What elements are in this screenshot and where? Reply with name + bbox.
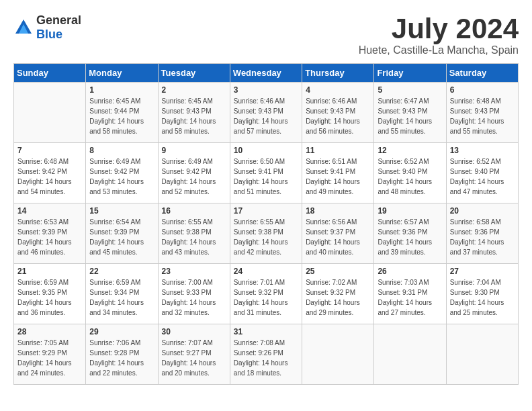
- calendar-cell: 8Sunrise: 6:49 AMSunset: 9:42 PMDaylight…: [86, 143, 158, 203]
- day-number: 10: [234, 146, 298, 155]
- day-info: Sunrise: 6:50 AMSunset: 9:41 PMDaylight:…: [234, 156, 298, 197]
- day-number: 26: [378, 267, 442, 276]
- day-info: Sunrise: 7:01 AMSunset: 9:32 PMDaylight:…: [234, 277, 298, 318]
- day-info: Sunrise: 6:49 AMSunset: 9:42 PMDaylight:…: [89, 156, 154, 197]
- day-number: 28: [17, 327, 82, 336]
- day-info: Sunrise: 6:55 AMSunset: 9:38 PMDaylight:…: [162, 217, 226, 257]
- day-number: 9: [162, 146, 226, 155]
- day-number: 18: [306, 206, 370, 216]
- calendar-cell: 15Sunrise: 6:54 AMSunset: 9:39 PMDayligh…: [86, 203, 158, 264]
- day-info: Sunrise: 6:45 AMSunset: 9:44 PMDaylight:…: [89, 96, 154, 136]
- day-number: 3: [234, 85, 298, 95]
- calendar-cell: 25Sunrise: 7:02 AMSunset: 9:32 PMDayligh…: [302, 264, 374, 324]
- calendar-cell: 17Sunrise: 6:55 AMSunset: 9:38 PMDayligh…: [230, 203, 302, 264]
- calendar-cell: 24Sunrise: 7:01 AMSunset: 9:32 PMDayligh…: [230, 264, 302, 324]
- day-number: 23: [162, 267, 226, 276]
- calendar-cell: 22Sunrise: 6:59 AMSunset: 9:34 PMDayligh…: [86, 264, 158, 324]
- month-year-title: July 2024: [359, 13, 519, 44]
- calendar-cell: [374, 324, 446, 385]
- calendar-cell: 16Sunrise: 6:55 AMSunset: 9:38 PMDayligh…: [158, 203, 230, 264]
- location-subtitle: Huete, Castille-La Mancha, Spain: [359, 44, 519, 56]
- day-info: Sunrise: 6:57 AMSunset: 9:36 PMDaylight:…: [378, 217, 442, 257]
- day-info: Sunrise: 7:07 AMSunset: 9:27 PMDaylight:…: [162, 338, 226, 378]
- day-info: Sunrise: 6:51 AMSunset: 9:41 PMDaylight:…: [306, 156, 370, 197]
- calendar-cell: 6Sunrise: 6:48 AMSunset: 9:43 PMDaylight…: [446, 83, 518, 143]
- calendar-cell: 29Sunrise: 7:06 AMSunset: 9:28 PMDayligh…: [86, 324, 158, 385]
- calendar-cell: 20Sunrise: 6:58 AMSunset: 9:36 PMDayligh…: [446, 203, 518, 264]
- logo: General Blue: [13, 13, 81, 42]
- week-row-4: 21Sunrise: 6:59 AMSunset: 9:35 PMDayligh…: [14, 264, 519, 324]
- weekday-header-sunday: Sunday: [14, 64, 86, 83]
- day-info: Sunrise: 6:47 AMSunset: 9:43 PMDaylight:…: [378, 96, 442, 136]
- day-info: Sunrise: 6:54 AMSunset: 9:39 PMDaylight:…: [89, 217, 154, 257]
- day-info: Sunrise: 7:00 AMSunset: 9:33 PMDaylight:…: [162, 277, 226, 318]
- day-number: 22: [89, 267, 154, 276]
- calendar-cell: 12Sunrise: 6:52 AMSunset: 9:40 PMDayligh…: [374, 143, 446, 203]
- day-number: 7: [17, 146, 82, 155]
- calendar-cell: 23Sunrise: 7:00 AMSunset: 9:33 PMDayligh…: [158, 264, 230, 324]
- day-number: 2: [162, 85, 226, 95]
- day-info: Sunrise: 6:52 AMSunset: 9:40 PMDaylight:…: [378, 156, 442, 197]
- calendar-cell: [446, 324, 518, 385]
- day-number: 12: [378, 146, 442, 155]
- calendar-cell: 21Sunrise: 6:59 AMSunset: 9:35 PMDayligh…: [14, 264, 86, 324]
- calendar-cell: 26Sunrise: 7:03 AMSunset: 9:31 PMDayligh…: [374, 264, 446, 324]
- page-header: General Blue July 2024 Huete, Castille-L…: [13, 13, 519, 56]
- week-row-3: 14Sunrise: 6:53 AMSunset: 9:39 PMDayligh…: [14, 203, 519, 264]
- day-info: Sunrise: 7:06 AMSunset: 9:28 PMDaylight:…: [89, 338, 154, 378]
- day-info: Sunrise: 6:48 AMSunset: 9:42 PMDaylight:…: [17, 156, 82, 197]
- day-info: Sunrise: 6:46 AMSunset: 9:43 PMDaylight:…: [306, 96, 370, 136]
- day-info: Sunrise: 6:52 AMSunset: 9:40 PMDaylight:…: [450, 156, 515, 197]
- calendar-cell: 1Sunrise: 6:45 AMSunset: 9:44 PMDaylight…: [86, 83, 158, 143]
- day-number: 11: [306, 146, 370, 155]
- day-number: 25: [306, 267, 370, 276]
- weekday-header-thursday: Thursday: [302, 64, 374, 83]
- day-number: 4: [306, 85, 370, 95]
- day-number: 16: [162, 206, 226, 216]
- day-number: 8: [89, 146, 154, 155]
- logo-blue: Blue: [36, 28, 62, 41]
- calendar-body: 1Sunrise: 6:45 AMSunset: 9:44 PMDaylight…: [14, 83, 519, 385]
- calendar-cell: [14, 83, 86, 143]
- calendar-cell: 27Sunrise: 7:04 AMSunset: 9:30 PMDayligh…: [446, 264, 518, 324]
- day-number: 1: [89, 85, 154, 95]
- calendar-cell: 31Sunrise: 7:08 AMSunset: 9:26 PMDayligh…: [230, 324, 302, 385]
- calendar-cell: [302, 324, 374, 385]
- week-row-5: 28Sunrise: 7:05 AMSunset: 9:29 PMDayligh…: [14, 324, 519, 385]
- weekday-header-monday: Monday: [86, 64, 158, 83]
- weekday-header-row: SundayMondayTuesdayWednesdayThursdayFrid…: [14, 64, 519, 83]
- calendar-cell: 7Sunrise: 6:48 AMSunset: 9:42 PMDaylight…: [14, 143, 86, 203]
- day-info: Sunrise: 6:49 AMSunset: 9:42 PMDaylight:…: [162, 156, 226, 197]
- title-section: July 2024 Huete, Castille-La Mancha, Spa…: [359, 13, 519, 56]
- week-row-2: 7Sunrise: 6:48 AMSunset: 9:42 PMDaylight…: [14, 143, 519, 203]
- calendar-cell: 28Sunrise: 7:05 AMSunset: 9:29 PMDayligh…: [14, 324, 86, 385]
- calendar-cell: 11Sunrise: 6:51 AMSunset: 9:41 PMDayligh…: [302, 143, 374, 203]
- calendar-cell: 14Sunrise: 6:53 AMSunset: 9:39 PMDayligh…: [14, 203, 86, 264]
- weekday-header-saturday: Saturday: [446, 64, 518, 83]
- day-info: Sunrise: 6:58 AMSunset: 9:36 PMDaylight:…: [450, 217, 515, 257]
- day-info: Sunrise: 6:45 AMSunset: 9:43 PMDaylight:…: [162, 96, 226, 136]
- calendar-cell: 10Sunrise: 6:50 AMSunset: 9:41 PMDayligh…: [230, 143, 302, 203]
- day-number: 27: [450, 267, 515, 276]
- calendar-cell: 19Sunrise: 6:57 AMSunset: 9:36 PMDayligh…: [374, 203, 446, 264]
- day-info: Sunrise: 6:46 AMSunset: 9:43 PMDaylight:…: [234, 96, 298, 136]
- day-number: 31: [234, 327, 298, 336]
- calendar-cell: 18Sunrise: 6:56 AMSunset: 9:37 PMDayligh…: [302, 203, 374, 264]
- day-number: 19: [378, 206, 442, 216]
- day-info: Sunrise: 7:03 AMSunset: 9:31 PMDaylight:…: [378, 277, 442, 318]
- day-info: Sunrise: 6:59 AMSunset: 9:35 PMDaylight:…: [17, 277, 82, 318]
- calendar-cell: 3Sunrise: 6:46 AMSunset: 9:43 PMDaylight…: [230, 83, 302, 143]
- weekday-header-tuesday: Tuesday: [158, 64, 230, 83]
- day-number: 20: [450, 206, 515, 216]
- day-info: Sunrise: 6:55 AMSunset: 9:38 PMDaylight:…: [234, 217, 298, 257]
- day-number: 30: [162, 327, 226, 336]
- day-number: 21: [17, 267, 82, 276]
- calendar-cell: 4Sunrise: 6:46 AMSunset: 9:43 PMDaylight…: [302, 83, 374, 143]
- day-number: 6: [450, 85, 515, 95]
- logo-general: General: [36, 13, 81, 27]
- calendar-cell: 9Sunrise: 6:49 AMSunset: 9:42 PMDaylight…: [158, 143, 230, 203]
- logo-text: General Blue: [36, 13, 81, 42]
- day-info: Sunrise: 7:04 AMSunset: 9:30 PMDaylight:…: [450, 277, 515, 318]
- day-number: 13: [450, 146, 515, 155]
- calendar-cell: 13Sunrise: 6:52 AMSunset: 9:40 PMDayligh…: [446, 143, 518, 203]
